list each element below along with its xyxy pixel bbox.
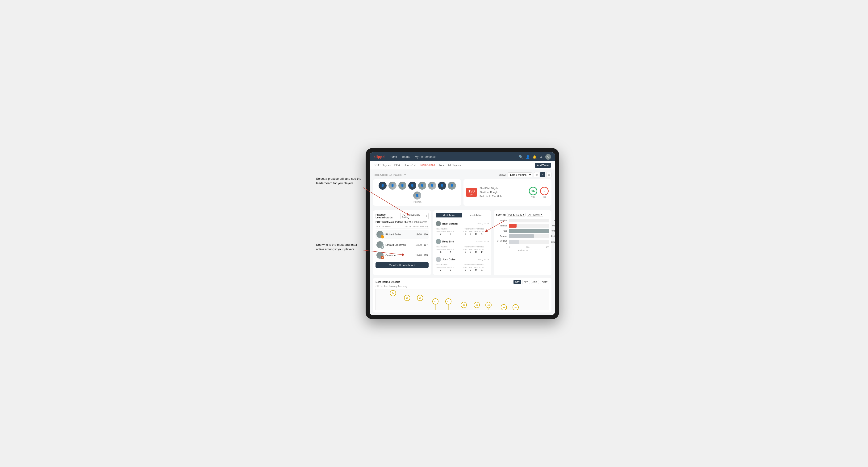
grid-view-icon[interactable]: ⊞ <box>534 172 539 177</box>
streak-dot-container: 4x <box>461 302 467 310</box>
streak-line <box>435 305 436 310</box>
shot-details: Shot Dist: 16 yds Start Lie: Rough End L… <box>479 186 502 198</box>
streaks-tab-app[interactable]: APP <box>522 280 530 284</box>
chart-row-d.-bogeys-+: D. Bogeys + 131 <box>496 239 549 245</box>
tab-least-active[interactable]: Least Active <box>462 213 489 217</box>
subnav-tour[interactable]: Tour <box>439 164 444 167</box>
settings-icon[interactable]: ⚙ <box>539 155 542 159</box>
chart-x-label: Total Shots <box>496 249 549 252</box>
subnav-hcaps[interactable]: Hcaps 1-5 <box>404 164 416 167</box>
streak-dot: 6x <box>417 295 423 301</box>
streak-dot: 4x <box>486 302 492 308</box>
col-player-name: PLAYER NAME <box>376 225 405 228</box>
avatar[interactable]: U <box>545 154 551 160</box>
search-icon[interactable]: 🔍 <box>519 155 523 159</box>
player-avatar[interactable]: 👤 <box>428 182 436 190</box>
chart-bar-bg: 3 <box>509 219 549 222</box>
player-avatar-1[interactable] <box>376 231 383 238</box>
chart-label: Birdies <box>496 224 507 227</box>
leaderboard-row-1: Richard Butler... 19/20 110 <box>375 230 429 239</box>
edit-icon[interactable]: ✏ <box>404 173 406 176</box>
scoring-title: Scoring <box>496 213 506 216</box>
sub-navigation: PGAT Players PGA Hcaps 1-5 Team Clippd T… <box>370 161 555 170</box>
practice-activities-1: Total Practice Activities OTT0 APP0 ARG0… <box>464 228 489 236</box>
streaks-tab-arg[interactable]: ARG <box>531 280 539 284</box>
show-label: Show: <box>498 173 506 176</box>
streak-dot-container: 5x <box>432 299 438 310</box>
streak-line <box>393 296 393 310</box>
subnav-pga[interactable]: PGA <box>394 164 400 167</box>
player-avatar[interactable]: 👤 <box>418 182 426 190</box>
subnav-pgat[interactable]: PGAT Players <box>374 164 391 167</box>
nav-myperformance[interactable]: My Performance <box>415 155 436 158</box>
streak-chart: 7x 6x 6x 5x 5x 4x 4x 4x 3x 3x <box>375 289 549 310</box>
activity-item-3: Josh Coles 26 Aug 2023 Total Rounds Tour… <box>436 255 489 273</box>
streak-dot-container: 6x <box>417 295 423 310</box>
table-view-icon[interactable]: ☰ <box>546 172 552 177</box>
chart-bar <box>509 234 534 238</box>
top-navigation: clippd Home Teams My Performance 🔍 👤 🔔 ⚙… <box>370 152 555 161</box>
chart-row-bogeys: Bogeys 311 <box>496 234 549 238</box>
tab-most-active[interactable]: Most Active <box>436 213 462 217</box>
player-avatar[interactable]: 👤 <box>438 182 446 190</box>
streak-dot: 3x <box>513 304 519 310</box>
chart-row-pars: Pars 499 <box>496 229 549 233</box>
player-avatar[interactable]: 👤 <box>379 182 386 190</box>
shot-badge: 198 yd <box>466 188 477 197</box>
drill-dropdown[interactable]: PUTT Must Make Putting ▾ <box>400 213 429 219</box>
player-avatar[interactable]: 👤 <box>398 182 406 190</box>
streak-dot: 4x <box>474 302 480 308</box>
streak-dot: 6x <box>404 295 410 301</box>
streak-dot-container: 6x <box>404 295 410 310</box>
view-full-leaderboard-button[interactable]: View Full Leaderboard <box>375 262 429 268</box>
add-team-button[interactable]: Add Team <box>535 163 551 168</box>
streaks-tab-ott[interactable]: OTT <box>514 280 521 284</box>
streaks-subtitle: Off The Tee, Fairway Accuracy <box>375 285 549 287</box>
annotation-bottom-left: See who is the most and least active amo… <box>316 243 363 252</box>
subnav-allplayers[interactable]: All Players <box>448 164 461 167</box>
activity-item-2: Rees Britt 02 Sep 2023 Total Rounds Tour… <box>436 237 489 255</box>
person-icon[interactable]: 👤 <box>526 155 530 159</box>
player-avatar[interactable]: 👤 <box>408 182 416 190</box>
player-avatar[interactable]: 👤 <box>448 182 456 190</box>
logo: clippd <box>374 155 385 159</box>
streak-dot: 3x <box>501 304 507 310</box>
chart-row-eagles: Eagles 3 <box>496 219 549 222</box>
bell-icon[interactable]: 🔔 <box>533 155 536 159</box>
streak-dot: 7x <box>390 290 396 296</box>
player-avatar-3[interactable]: 3 <box>376 252 383 259</box>
scoring-bars: Eagles 3 Birdies 96 Pars 499 Bogeys 311 <box>496 219 549 245</box>
streaks-tabs: OTT APP ARG PUTT <box>514 280 549 284</box>
chart-bar <box>509 240 519 244</box>
show-dropdown[interactable]: Last 3 months Last 6 months Last year <box>507 173 532 177</box>
streaks-tab-putt[interactable]: PUTT <box>540 280 549 284</box>
scoring-card: Scoring Par 3, 4 & 5s ▾ All Players ▾ Ea… <box>494 210 552 275</box>
activity-date-1: 26 Aug 2023 <box>476 222 489 225</box>
practice-leaderboards-card: Practice Leaderboards PUTT Must Make Put… <box>373 210 431 275</box>
activity-name-3: Josh Coles <box>442 258 475 261</box>
streak-dot: 5x <box>432 299 438 305</box>
players-label: Players <box>413 200 422 203</box>
scoring-par-filter[interactable]: Par 3, 4 & 5s ▾ <box>507 213 526 217</box>
activity-card: Most Active Least Active Blair McHarg 26… <box>433 210 491 275</box>
list-view-icon[interactable]: ≡ <box>540 172 545 177</box>
player-avatar[interactable]: 👤 <box>389 182 397 190</box>
chart-bar <box>509 224 517 228</box>
streak-dot-container: 5x <box>445 299 452 310</box>
activity-item-1: Blair McHarg 26 Aug 2023 Total Rounds To… <box>436 219 489 237</box>
leaderboard-subtitle: PUTT Must Make Putting (3-6 ft), Last 3 … <box>375 221 429 223</box>
streak-dot-container: 7x <box>390 290 396 310</box>
subnav-teamclippd[interactable]: Team Clippd <box>420 163 435 167</box>
leaderboards-title: Practice Leaderboards <box>375 213 400 219</box>
nav-teams[interactable]: Teams <box>402 155 410 158</box>
silver-badge: 2 <box>381 246 384 249</box>
streak-dot-container: 3x <box>513 304 519 310</box>
shot-info-card: 198 yd Shot Dist: 16 yds Start Lie: Roug… <box>464 179 552 206</box>
nav-home[interactable]: Home <box>390 155 397 158</box>
player-avatar-2[interactable]: 2 <box>376 241 383 248</box>
player-avatar[interactable]: 👤 <box>413 191 421 199</box>
total-rounds-2: Total Rounds Tournament 8 Practice <box>436 246 461 253</box>
chart-bar-bg: 499 <box>509 229 549 233</box>
scoring-player-filter[interactable]: All Players ▾ <box>527 213 543 217</box>
practice-activities-2: Total Practice Activities OTT0 APP0 ARG0… <box>464 246 489 253</box>
